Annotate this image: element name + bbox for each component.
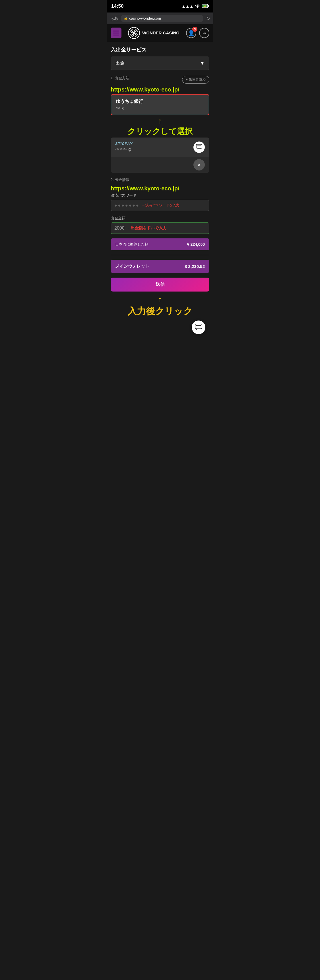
logo-area: WONDER CASINO xyxy=(128,27,179,39)
section-2-label: 2. 出金情報 xyxy=(110,177,210,182)
status-icons: ▲▲▲ ⚡ xyxy=(181,4,209,9)
info-section: 2. 出金情報 https://www.kyoto-eco.jp/ 決済パスワー… xyxy=(110,177,210,250)
password-field: 決済パスワード ●●●●●●● ←決済パスワードを入力 xyxy=(110,193,210,211)
svg-text:⚡: ⚡ xyxy=(204,5,206,8)
battery-icon: ⚡ xyxy=(202,4,209,9)
logo-circle xyxy=(128,27,140,39)
collapse-button[interactable]: ∧ xyxy=(194,159,205,170)
svg-rect-5 xyxy=(196,144,202,148)
sticpay-email: ******** @ xyxy=(115,148,190,152)
reload-icon[interactable]: ↻ xyxy=(206,16,210,21)
svg-rect-8 xyxy=(195,324,202,329)
section-1-label: 1. 出金方法 xyxy=(110,76,130,81)
bank-card-name: ゆうちょ銀行 xyxy=(116,99,204,105)
wallet-amount: $ 2,230.52 xyxy=(185,264,205,269)
amount-input-row[interactable]: 2000 ←出金額をドルで入力 xyxy=(110,223,210,234)
wallet-row: メインウォレット $ 2,230.52 xyxy=(110,260,210,273)
click-select-label: クリックして選択 xyxy=(110,127,210,137)
amount-label: 出金金額 xyxy=(110,216,210,221)
submit-button[interactable]: 送信 xyxy=(110,278,210,291)
float-chat-area xyxy=(110,318,210,337)
site-header: WONDER CASINO 👤 3 ➜ xyxy=(107,24,213,42)
header-right: 👤 3 ➜ xyxy=(186,28,210,38)
password-input-row[interactable]: ●●●●●●● ←決済パスワードを入力 xyxy=(110,200,210,211)
browser-bar: ぁあ 🔒 casino-wonder.com ↻ xyxy=(107,13,213,24)
conversion-label: 日本円に換算した額 xyxy=(115,242,149,247)
hamburger-line-2 xyxy=(113,33,119,33)
password-dots: ●●●●●●● xyxy=(114,203,140,208)
top-url-annotation: https://www.kyoto-eco.jp/ xyxy=(110,86,210,93)
status-time: 14:50 xyxy=(111,3,123,9)
submit-arrow: ↑ xyxy=(110,295,210,304)
wallet-label: メインウォレット xyxy=(115,264,149,269)
divider xyxy=(110,255,210,255)
amount-value: 2000 xyxy=(114,226,125,231)
svg-rect-2 xyxy=(208,5,209,7)
main-content: 入出金サービス 出金 ▼ 1. 出金方法 + 第三者決済 https://www… xyxy=(107,42,213,342)
sticpay-card[interactable]: STICPAY ******** @ xyxy=(110,137,210,157)
signal-icon: ▲▲▲ xyxy=(181,4,194,8)
dropdown-label: 出金 xyxy=(115,60,125,66)
password-label: 決済パスワード xyxy=(110,193,210,198)
wifi-icon xyxy=(195,4,200,9)
hamburger-line-3 xyxy=(113,35,119,35)
yucho-bank-card[interactable]: ゆうちょ銀行 *** 8 xyxy=(110,94,210,115)
browser-aa: ぁあ xyxy=(110,16,118,21)
submit-annotation: 入力後クリック xyxy=(110,305,210,318)
hamburger-line-1 xyxy=(113,31,119,31)
password-annotation: ←決済パスワードを入力 xyxy=(142,203,179,208)
bank-card-detail: *** 8 xyxy=(116,106,204,111)
amount-field: 出金金額 2000 ←出金額をドルで入力 xyxy=(110,216,210,234)
third-party-button[interactable]: + 第三者決済 xyxy=(182,76,210,84)
click-select-arrow: ↑ xyxy=(110,116,210,126)
page-title: 入出金サービス xyxy=(110,46,210,53)
collapse-row: ∧ xyxy=(110,157,210,173)
status-bar: 14:50 ▲▲▲ ⚡ xyxy=(107,0,213,13)
notification-badge: 3 xyxy=(192,27,197,32)
dropdown-arrow-icon: ▼ xyxy=(200,61,205,66)
browser-url-box[interactable]: 🔒 casino-wonder.com xyxy=(121,15,203,22)
conversion-row: 日本円に換算した額 ¥ 224,000 xyxy=(110,239,210,250)
info-url-annotation: https://www.kyoto-eco.jp/ xyxy=(110,185,210,192)
section-1-row: 1. 出金方法 + 第三者決済 xyxy=(110,76,210,84)
site-logo-text: WONDER CASINO xyxy=(142,30,179,35)
sticpay-logo: STICPAY xyxy=(115,142,190,146)
float-chat-button[interactable] xyxy=(192,320,205,334)
logout-button[interactable]: ➜ xyxy=(199,28,210,38)
conversion-value: ¥ 224,000 xyxy=(187,242,205,247)
lock-icon: 🔒 xyxy=(124,16,128,20)
sticpay-card-container: STICPAY ******** @ ∧ xyxy=(110,137,210,173)
user-button[interactable]: 👤 3 xyxy=(186,28,196,38)
hamburger-button[interactable] xyxy=(110,27,122,38)
browser-url: casino-wonder.com xyxy=(129,16,161,21)
sticpay-content: STICPAY ******** @ xyxy=(115,142,190,152)
service-dropdown[interactable]: 出金 ▼ xyxy=(110,57,210,70)
sticpay-chat-icon[interactable] xyxy=(194,142,205,153)
amount-annotation: ←出金額をドルで入力 xyxy=(127,226,167,231)
